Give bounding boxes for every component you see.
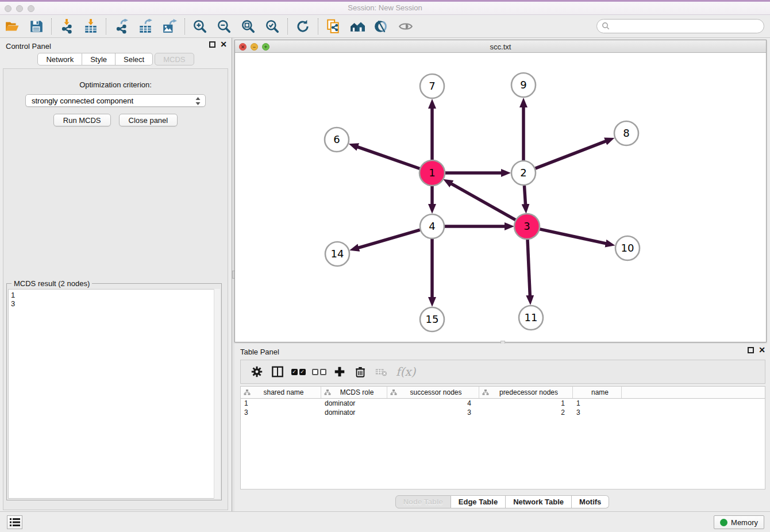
graph-edge-2-3[interactable] bbox=[524, 186, 525, 205]
graph-edge-4-14[interactable] bbox=[358, 230, 419, 248]
status-bar: Memory bbox=[0, 511, 770, 532]
table-panel: Table Panel ✕ bbox=[234, 344, 770, 511]
run-mcds-button[interactable]: Run MCDS bbox=[53, 114, 111, 126]
column-header-mcds-role[interactable]: MCDS role bbox=[321, 387, 387, 398]
graph-node-label-10: 10 bbox=[621, 242, 634, 254]
deselect-all-button[interactable] bbox=[309, 362, 329, 381]
graph-node-label-15: 15 bbox=[426, 313, 439, 325]
graph-edge-2-8[interactable] bbox=[536, 141, 606, 168]
control-panel-title: Control Panel bbox=[6, 42, 51, 51]
tab-network[interactable]: Network bbox=[37, 53, 82, 65]
apply-layout-button[interactable] bbox=[292, 17, 314, 36]
float-panel-icon[interactable] bbox=[209, 41, 215, 48]
search-input[interactable] bbox=[596, 19, 764, 33]
clone-network-button[interactable] bbox=[322, 17, 344, 36]
tab-network-table[interactable]: Network Table bbox=[506, 495, 572, 508]
toolbar-separator bbox=[51, 18, 52, 34]
table-header-row: shared name MCDS role bbox=[241, 387, 765, 399]
export-table-icon bbox=[138, 19, 153, 34]
graph-edge-3-11[interactable] bbox=[528, 239, 530, 296]
cell-mcds-role[interactable]: dominator bbox=[321, 408, 387, 417]
cell-name[interactable]: 3 bbox=[573, 408, 622, 417]
tab-mcds[interactable]: MCDS bbox=[155, 53, 194, 65]
show-column-button[interactable] bbox=[267, 362, 288, 381]
graph-node-label-7: 7 bbox=[429, 80, 435, 92]
graph-node-label-3: 3 bbox=[523, 220, 530, 232]
show-hide-button[interactable] bbox=[395, 17, 417, 36]
tab-select[interactable]: Select bbox=[116, 53, 153, 65]
cell-mcds-role[interactable]: dominator bbox=[321, 399, 387, 408]
delete-column-button[interactable] bbox=[350, 362, 371, 381]
zoom-out-button[interactable] bbox=[213, 17, 235, 36]
task-history-button[interactable] bbox=[7, 515, 22, 529]
graph-node-label-2: 2 bbox=[520, 167, 526, 179]
cell-successor-nodes[interactable]: 4 bbox=[387, 399, 479, 408]
export-image-icon bbox=[162, 19, 177, 34]
open-session-button[interactable] bbox=[1, 17, 23, 36]
uncheck-all-icon bbox=[312, 369, 326, 375]
delete-table-button[interactable] bbox=[371, 362, 391, 381]
criterion-select[interactable]: strongly connected component bbox=[25, 94, 206, 107]
network-graph[interactable]: 7968124314101511 bbox=[235, 53, 766, 342]
mcds-result-legend: MCDS result (2 nodes) bbox=[11, 279, 92, 288]
column-header-successor-nodes[interactable]: successor nodes bbox=[387, 387, 479, 398]
export-table-button[interactable] bbox=[134, 17, 156, 36]
cell-shared-name[interactable]: 3 bbox=[241, 408, 321, 417]
cell-successor-nodes[interactable]: 3 bbox=[387, 408, 479, 417]
tab-style[interactable]: Style bbox=[82, 53, 116, 65]
close-panel-button[interactable]: Close panel bbox=[119, 114, 178, 126]
select-stepper-icon bbox=[195, 97, 201, 106]
import-table-button[interactable] bbox=[80, 17, 102, 36]
mcds-panel: Optimization criterion: strongly connect… bbox=[3, 68, 228, 510]
tab-node-table[interactable]: Node Table bbox=[395, 495, 451, 508]
save-session-button[interactable] bbox=[25, 17, 47, 36]
mcds-result-text[interactable]: 1 3 bbox=[8, 289, 220, 499]
table-tabs: Node Table Edge Table Network Table Moti… bbox=[234, 495, 770, 508]
table-row[interactable]: 1 dominator 4 1 1 bbox=[241, 399, 765, 408]
cell-name[interactable]: 1 bbox=[573, 399, 622, 408]
import-network-icon bbox=[59, 19, 74, 34]
graph-node-label-6: 6 bbox=[333, 133, 340, 145]
column-header-predecessor-nodes[interactable]: predecessor nodes bbox=[479, 387, 573, 398]
cell-predecessor-nodes[interactable]: 2 bbox=[479, 408, 573, 417]
zoom-in-button[interactable] bbox=[189, 17, 211, 36]
mcds-result-fieldset: MCDS result (2 nodes) 1 3 bbox=[6, 283, 222, 500]
graph-edge-3-10[interactable] bbox=[539, 229, 606, 244]
network-canvas[interactable]: 7968124314101511 bbox=[235, 53, 766, 342]
column-header-shared-name[interactable]: shared name bbox=[241, 387, 321, 398]
memory-button[interactable]: Memory bbox=[714, 515, 764, 529]
table-settings-button[interactable] bbox=[247, 362, 267, 381]
close-panel-icon[interactable]: ✕ bbox=[220, 41, 227, 48]
create-column-button[interactable] bbox=[329, 362, 350, 381]
graph-node-label-14: 14 bbox=[331, 248, 344, 260]
network-window-titlebar[interactable]: ✕ − + scc.txt bbox=[235, 40, 766, 53]
tab-edge-table[interactable]: Edge Table bbox=[451, 495, 506, 508]
home-button[interactable] bbox=[346, 17, 368, 36]
style-mapper-button[interactable] bbox=[371, 17, 392, 36]
tab-motifs[interactable]: Motifs bbox=[572, 495, 609, 508]
import-network-button[interactable] bbox=[56, 17, 78, 36]
toolbar-separator bbox=[106, 18, 106, 34]
trash-icon bbox=[354, 365, 367, 378]
zoom-fit-button[interactable] bbox=[237, 17, 259, 36]
save-icon bbox=[29, 19, 44, 34]
column-header-name[interactable]: name bbox=[573, 387, 622, 398]
export-network-button[interactable] bbox=[110, 17, 132, 36]
select-all-button[interactable]: ✓✓ bbox=[288, 362, 309, 381]
function-builder-button[interactable]: f(x) bbox=[396, 365, 415, 379]
memory-label: Memory bbox=[731, 518, 758, 527]
close-table-panel-icon[interactable]: ✕ bbox=[759, 347, 765, 353]
result-scrollbar[interactable] bbox=[214, 289, 220, 499]
table-row[interactable]: 3 dominator 3 2 3 bbox=[241, 408, 765, 417]
toolbar-separator bbox=[318, 18, 318, 34]
cell-predecessor-nodes[interactable]: 1 bbox=[479, 399, 573, 408]
graph-node-label-4: 4 bbox=[429, 220, 435, 232]
export-image-button[interactable] bbox=[159, 17, 180, 36]
float-table-panel-icon[interactable] bbox=[748, 347, 754, 353]
graph-node-label-8: 8 bbox=[623, 127, 629, 139]
toolbar-separator bbox=[184, 18, 185, 34]
graph-edge-1-6[interactable] bbox=[357, 147, 420, 169]
cell-shared-name[interactable]: 1 bbox=[241, 399, 321, 408]
graph-edge-3-1[interactable] bbox=[451, 184, 516, 221]
zoom-selected-button[interactable] bbox=[261, 17, 283, 36]
